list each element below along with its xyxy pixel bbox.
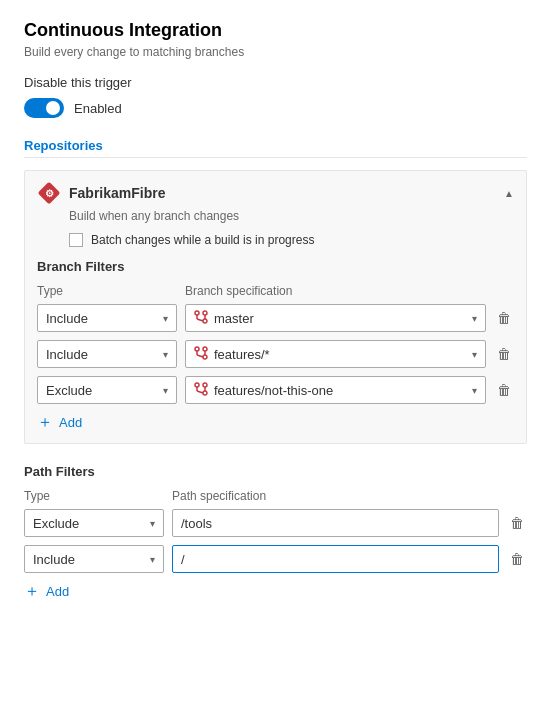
repo-icon: ⚙ — [37, 181, 61, 205]
svg-point-9 — [203, 355, 207, 359]
repositories-header: Repositories — [24, 138, 527, 158]
add-path-label: Add — [46, 584, 69, 599]
path-type-dropdown-1[interactable]: Include ▾ — [24, 545, 164, 573]
svg-point-15 — [203, 391, 207, 395]
enabled-toggle[interactable] — [24, 98, 64, 118]
collapse-icon[interactable]: ▲ — [504, 188, 514, 199]
delete-path-row-0[interactable]: 🗑 — [507, 513, 527, 533]
svg-line-18 — [197, 391, 203, 393]
add-branch-label: Add — [59, 415, 82, 430]
delete-branch-row-1[interactable]: 🗑 — [494, 344, 514, 364]
path-spec-col-header: Path specification — [172, 489, 527, 503]
page-subtitle: Build every change to matching branches — [24, 45, 527, 59]
chevron-down-icon: ▾ — [150, 554, 155, 565]
batch-label: Batch changes while a build is in progre… — [91, 233, 314, 247]
branch-type-col-header: Type — [37, 284, 177, 298]
svg-point-10 — [203, 347, 207, 351]
branch-spec-text-0: master — [214, 311, 466, 326]
plus-icon: ＋ — [37, 412, 53, 433]
add-path-filter-row[interactable]: ＋ Add — [24, 581, 527, 602]
delete-path-row-1[interactable]: 🗑 — [507, 549, 527, 569]
branch-icon-2 — [194, 382, 208, 399]
branch-type-dropdown-2[interactable]: Exclude ▾ — [37, 376, 177, 404]
chevron-down-icon: ▾ — [163, 385, 168, 396]
branch-type-dropdown-1[interactable]: Include ▾ — [37, 340, 177, 368]
branch-icon-1 — [194, 346, 208, 363]
branch-type-dropdown-0[interactable]: Include ▾ — [37, 304, 177, 332]
repo-name: FabrikamFibre — [69, 185, 496, 201]
branch-spec-dropdown-0[interactable]: master ▾ — [185, 304, 486, 332]
branch-icon-0 — [194, 310, 208, 327]
branch-spec-text-1: features/* — [214, 347, 466, 362]
repo-description: Build when any branch changes — [69, 209, 514, 223]
svg-point-16 — [203, 383, 207, 387]
branch-filters-title: Branch Filters — [37, 259, 514, 274]
svg-point-2 — [195, 311, 199, 315]
page-title: Continuous Integration — [24, 20, 527, 41]
toggle-state-label: Enabled — [74, 101, 122, 116]
chevron-down-icon: ▾ — [150, 518, 155, 529]
svg-text:⚙: ⚙ — [45, 188, 54, 199]
batch-checkbox[interactable] — [69, 233, 83, 247]
path-filters-title: Path Filters — [24, 464, 527, 479]
svg-point-8 — [195, 347, 199, 351]
disable-trigger-label: Disable this trigger — [24, 75, 527, 90]
branch-filter-row-0: Include ▾ master ▾ 🗑 — [37, 304, 514, 332]
path-filter-row-1: Include ▾ 🗑 — [24, 545, 527, 573]
plus-icon-path: ＋ — [24, 581, 40, 602]
svg-line-12 — [197, 355, 203, 357]
branch-spec-col-header: Branch specification — [185, 284, 514, 298]
branch-spec-text-2: features/not-this-one — [214, 383, 466, 398]
svg-point-14 — [195, 383, 199, 387]
path-filter-row-0: Exclude ▾ 🗑 — [24, 509, 527, 537]
delete-branch-row-2[interactable]: 🗑 — [494, 380, 514, 400]
svg-point-4 — [203, 311, 207, 315]
chevron-down-icon-spec-0: ▾ — [472, 313, 477, 324]
svg-line-6 — [197, 319, 203, 321]
path-type-col-header: Type — [24, 489, 164, 503]
path-spec-input-1[interactable] — [172, 545, 499, 573]
branch-spec-dropdown-1[interactable]: features/* ▾ — [185, 340, 486, 368]
branch-filter-row-1: Include ▾ features/* ▾ 🗑 — [37, 340, 514, 368]
delete-branch-row-0[interactable]: 🗑 — [494, 308, 514, 328]
chevron-down-icon: ▾ — [163, 349, 168, 360]
path-spec-input-0[interactable] — [172, 509, 499, 537]
path-type-dropdown-0[interactable]: Exclude ▾ — [24, 509, 164, 537]
chevron-down-icon-spec-1: ▾ — [472, 349, 477, 360]
branch-filter-row-2: Exclude ▾ features/not-this-one ▾ — [37, 376, 514, 404]
add-branch-filter-row[interactable]: ＋ Add — [37, 412, 514, 433]
chevron-down-icon-spec-2: ▾ — [472, 385, 477, 396]
branch-spec-dropdown-2[interactable]: features/not-this-one ▾ — [185, 376, 486, 404]
chevron-down-icon: ▾ — [163, 313, 168, 324]
svg-point-3 — [203, 319, 207, 323]
